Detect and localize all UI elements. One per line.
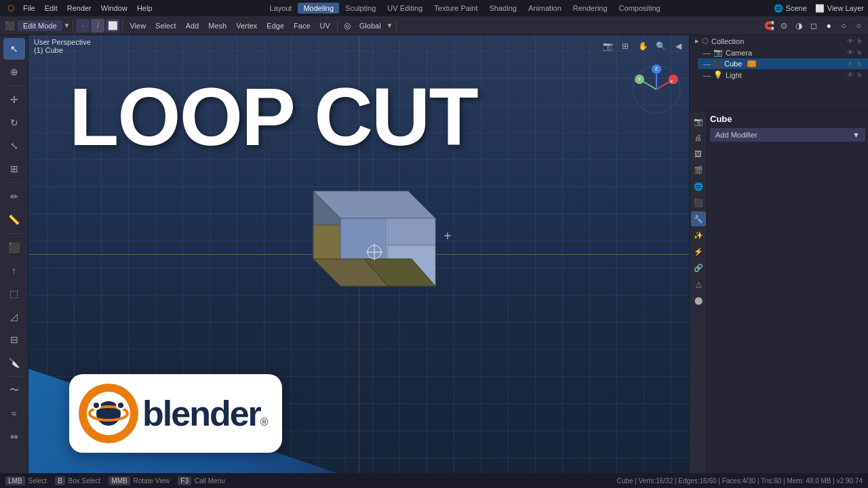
menu-edit[interactable]: Edit (41, 3, 62, 14)
prop-render-icon[interactable]: 📷 (691, 114, 706, 129)
tab-shading[interactable]: Shading (484, 3, 522, 14)
scene-name[interactable]: Scene (786, 4, 807, 12)
viewport-cursor: + (443, 228, 452, 244)
snap-icon[interactable]: 🧲 (762, 19, 776, 33)
move-tool[interactable]: ✛ (3, 89, 25, 110)
tab-uv-editing[interactable]: UV Editing (382, 3, 428, 14)
properties-panel: 📷 🖨 🖼 🎬 🌐 ⬛ 🔧 ✨ ⚡ 🔗 △ ⬤ Cube Add Modifie… (690, 111, 868, 473)
transform-dropdown[interactable]: Global (355, 20, 385, 31)
add-modifier-arrow: ▼ (852, 131, 860, 139)
blender-icon[interactable]: ⬡ (4, 1, 18, 15)
face-menu[interactable]: Face (290, 20, 314, 31)
prop-world-icon[interactable]: 🌐 (691, 179, 706, 194)
svg-point-29 (94, 403, 99, 408)
blender-logo-container: blender ® (69, 374, 282, 453)
uv-menu[interactable]: UV (316, 20, 334, 31)
overlay-icon[interactable]: ◑ (792, 19, 806, 33)
viewport-shading-rendered[interactable]: ○ (852, 19, 865, 33)
search-icon[interactable]: 🔍 (652, 38, 669, 54)
orientation-gizmo[interactable]: X Y Z (629, 62, 684, 117)
vertex-menu[interactable]: Vertex (232, 20, 261, 31)
prop-particles-icon[interactable]: ✨ (691, 228, 706, 243)
vertex-select-icon[interactable]: · (76, 19, 90, 33)
menu-render[interactable]: Render (63, 3, 96, 14)
prop-scene-icon[interactable]: 🎬 (691, 163, 706, 178)
edge-select-icon[interactable]: / (91, 19, 104, 33)
view-layer-label[interactable]: View Layer (827, 4, 864, 12)
pan-icon[interactable]: ✋ (635, 38, 651, 54)
rotate-view-shortcut: MMB Rotate View (108, 477, 170, 485)
select-key: LMB (5, 476, 25, 485)
edge-menu[interactable]: Edge (262, 20, 288, 31)
mode-dropdown-arrow[interactable]: ▼ (64, 22, 71, 29)
smooth-tool[interactable]: 〜 (3, 380, 25, 401)
tab-texture-paint[interactable]: Texture Paint (429, 3, 483, 14)
xray-icon[interactable]: ◻ (807, 19, 821, 33)
menu-window[interactable]: Window (97, 3, 132, 14)
tab-sculpting[interactable]: Sculpting (340, 3, 381, 14)
viewport-shading-material[interactable]: ○ (837, 19, 850, 33)
transform-arrow[interactable]: ▼ (387, 22, 393, 29)
inset-tool[interactable]: ⬚ (3, 283, 25, 304)
prop-modifier-icon[interactable]: 🔧 (691, 211, 706, 226)
prop-physics-icon[interactable]: ⚡ (691, 244, 706, 259)
prop-view-layer-icon[interactable]: 🖼 (691, 146, 706, 161)
prop-object-icon[interactable]: ⬛ (691, 195, 706, 210)
pivot-icon[interactable]: ◎ (340, 19, 354, 33)
viewport-shading-solid[interactable]: ● (822, 19, 835, 33)
blender-logo-text: blender (142, 396, 260, 431)
prop-output-icon[interactable]: 🖨 (691, 130, 706, 145)
collapse-icon[interactable]: ◀ (670, 38, 686, 54)
prop-constraints-icon[interactable]: 🔗 (691, 260, 706, 275)
add-menu[interactable]: Add (182, 20, 203, 31)
collection-label: Collection (711, 37, 744, 45)
knife-tool[interactable]: 🔪 (3, 352, 25, 373)
loop-cut-tool[interactable]: ⊟ (3, 329, 25, 350)
measure-tool[interactable]: 📏 (3, 209, 25, 230)
menu-help[interactable]: Help (133, 3, 157, 14)
tab-layout[interactable]: Layout (264, 3, 297, 14)
outliner-cube[interactable]: — ⬛ Cube ▽ 👁 🖱 (698, 58, 868, 69)
outliner-light[interactable]: — 💡 Light 👁 🖱 (698, 69, 868, 81)
edit-mode-dropdown[interactable]: Edit Mode (18, 20, 62, 31)
annotate-tool[interactable]: ✏ (3, 186, 25, 207)
cursor-tool[interactable]: ⊕ (3, 61, 25, 83)
camera-view-icon[interactable]: 📷 (599, 38, 616, 54)
orthographic-icon[interactable]: ⊞ (617, 38, 633, 54)
box-select-key: B (55, 476, 65, 485)
scale-tool[interactable]: ⤡ (3, 135, 25, 157)
menu-file[interactable]: File (19, 3, 39, 14)
extrude-tool[interactable]: ↑ (3, 260, 25, 281)
outliner-camera[interactable]: — 📷 Camera 👁 🖱 (698, 47, 868, 58)
rotate-tool[interactable]: ↻ (3, 112, 25, 134)
box-select-shortcut: B Box Select (55, 477, 100, 485)
slide-tool[interactable]: ⇔ (3, 426, 25, 447)
transform-tool[interactable]: ⊞ (3, 158, 25, 180)
add-modifier-button[interactable]: Add Modifier ▼ (710, 128, 865, 142)
face-select-icon[interactable]: ⬜ (106, 19, 119, 33)
main-viewport[interactable]: User Perspective (1) Cube 📷 ⊞ ✋ 🔍 ◀ X Y … (28, 35, 689, 473)
prop-data-icon[interactable]: △ (691, 277, 706, 291)
view-menu[interactable]: View (125, 20, 150, 31)
cube-svg (259, 178, 476, 313)
proportional-icon[interactable]: ⊙ (777, 19, 791, 33)
tab-modeling[interactable]: Modeling (298, 3, 339, 14)
select-label: Select (28, 477, 47, 485)
svg-text:X: X (669, 79, 673, 85)
mesh-menu[interactable]: Mesh (204, 20, 231, 31)
editor-type-icon[interactable]: ⬛ (3, 19, 16, 33)
outliner-scene-collection[interactable]: ▸ ⬡ Collection 👁 🖱 (690, 35, 868, 47)
camera-label: Camera (726, 49, 752, 57)
select-tool[interactable]: ↖ (3, 38, 25, 60)
bevel-tool[interactable]: ◿ (3, 306, 25, 327)
gizmo-container[interactable]: X Y Z (629, 62, 684, 117)
add-cube-tool[interactable]: ⬛ (3, 237, 25, 258)
tab-rendering[interactable]: Rendering (568, 3, 613, 14)
workspace-tabs: Layout Modeling Sculpting UV Editing Tex… (264, 3, 665, 14)
object-label: (1) Cube (34, 46, 91, 54)
select-menu[interactable]: Select (151, 20, 180, 31)
prop-material-icon[interactable]: ⬤ (691, 293, 706, 308)
tab-animation[interactable]: Animation (523, 3, 567, 14)
tab-compositing[interactable]: Compositing (614, 3, 666, 14)
relax-tool[interactable]: ≈ (3, 403, 25, 424)
